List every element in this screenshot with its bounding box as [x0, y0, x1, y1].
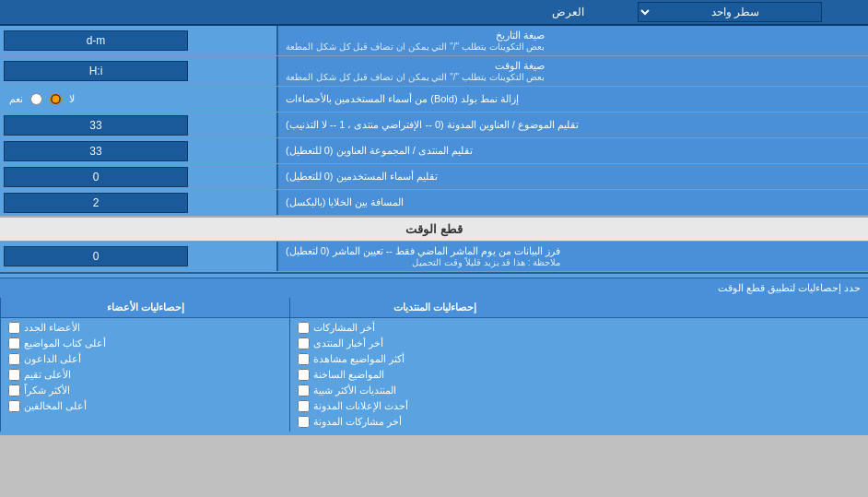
bold-radio-group: لا نعم [4, 91, 80, 107]
checkbox-new-members[interactable] [8, 322, 20, 334]
bold-usernames-input-wrapper[interactable]: لا نعم [0, 87, 276, 112]
main-container: سطر واحدسطرينثلاثة أسطر العرض صيغة التار… [0, 0, 868, 435]
bold-usernames-row: إزالة نمط بولد (Bold) من أسماء المستخدمي… [0, 87, 868, 112]
username-length-row: تقليم أسماء المستخدمين (0 للتعطيل) [0, 164, 868, 190]
checkbox-item-most-similar[interactable]: المنتديات الأكثر شبية [298, 383, 571, 398]
topic-title-length-label: تقليم الموضوع / العناوين المدونة (0 -- ا… [276, 112, 868, 137]
checkbox-most-viewed[interactable] [298, 353, 310, 365]
checkbox-label-last-posts: أخر المشاركات [313, 322, 375, 334]
display-mode-select[interactable]: سطر واحدسطرينثلاثة أسطر [638, 2, 822, 22]
checkbox-label-most-viewed: أكثر المواضيع مشاهدة [313, 353, 405, 365]
checkbox-label-hot-topics: المواضيع الساخنة [313, 369, 384, 381]
checkbox-label-top-violators: أعلى المخالفين [24, 400, 87, 412]
time-format-input[interactable] [4, 61, 188, 81]
checkbox-item-most-viewed[interactable]: أكثر المواضيع مشاهدة [298, 351, 571, 367]
cell-spacing-label: المسافة بين الخلايا (بالبكسل) [276, 190, 868, 215]
checkbox-label-top-rated: الأعلى تقيم [24, 369, 71, 381]
date-format-label: صيغة التاريخ بعض التكوينات يتطلب "/" الت… [276, 26, 868, 55]
checkbox-most-thanked[interactable] [8, 385, 20, 396]
checkbox-header-row: إحصاءليات المنتديات إحصاءليات الأعضاء [0, 298, 868, 318]
checkbox-label-most-thanked: الأكثر شكراً [24, 385, 70, 396]
checkbox-last-posts[interactable] [298, 322, 310, 334]
bold-yes-label: نعم [9, 93, 23, 105]
checkbox-most-similar[interactable] [298, 385, 310, 396]
display-label: العرض [0, 2, 592, 22]
checkbox-top-rated[interactable] [8, 369, 20, 381]
checkbox-last-blog-posts[interactable] [298, 416, 310, 428]
checkbox-label-top-donors: أعلى الداعون [24, 353, 81, 365]
apply-label: حدد إحصاءليات لتطبيق قطع الوقت [718, 282, 861, 293]
checkbox-col-header-3: إحصاءليات الأعضاء [0, 298, 289, 317]
checkbox-item-new-members[interactable]: الأعضاء الجدد [8, 320, 282, 336]
checkbox-item-top-topic-writers[interactable]: أعلى كتاب المواضيع [8, 336, 282, 351]
checkbox-latest-announcements[interactable] [298, 400, 310, 412]
checkbox-item-last-posts[interactable]: أخر المشاركات [298, 320, 571, 336]
checkbox-label-last-blog-posts: أخر مشاركات المدونة [313, 416, 402, 428]
bold-usernames-label: إزالة نمط بولد (Bold) من أسماء المستخدمي… [276, 87, 868, 112]
checkbox-top-donors[interactable] [8, 353, 20, 365]
cutoff-section-header: قطع الوقت [0, 216, 868, 242]
cell-spacing-row: المسافة بين الخلايا (بالبكسل) [0, 190, 868, 216]
checkbox-label-last-news: أخر أخبار المنتدى [313, 337, 383, 349]
checkbox-top-violators[interactable] [8, 400, 20, 412]
forum-title-length-input[interactable] [4, 141, 188, 161]
checkbox-label-top-topic-writers: أعلى كتاب المواضيع [24, 337, 106, 349]
bold-no-label: لا [69, 93, 75, 105]
checkbox-label-new-members: الأعضاء الجدد [24, 322, 80, 334]
cutoff-days-row: فرز البيانات من يوم الماشر الماضي فقط --… [0, 242, 868, 272]
checkbox-col-header-1 [580, 298, 868, 317]
cutoff-days-input[interactable] [4, 246, 188, 266]
cutoff-days-label: فرز البيانات من يوم الماشر الماضي فقط --… [276, 242, 868, 271]
checkbox-col-header-2: إحصاءليات المنتديات [289, 298, 579, 317]
date-format-input[interactable] [4, 30, 188, 51]
checkbox-item-latest-announcements[interactable]: أحدث الإعلانات المدونة [298, 398, 571, 414]
checkbox-item-top-violators[interactable]: أعلى المخالفين [8, 398, 282, 414]
time-format-label: صيغة الوقت بعض التكوينات يتطلب "/" التي … [276, 56, 868, 86]
checkbox-item-top-donors[interactable]: أعلى الداعون [8, 351, 282, 367]
checkbox-last-news[interactable] [298, 337, 310, 349]
top-header-row: سطر واحدسطرينثلاثة أسطر العرض [0, 0, 868, 26]
forum-title-length-row: تقليم المنتدى / المجموعة العناوين (0 للت… [0, 138, 868, 164]
checkbox-item-last-blog-posts[interactable]: أخر مشاركات المدونة [298, 414, 571, 430]
topic-title-length-row: تقليم الموضوع / العناوين المدونة (0 -- ا… [0, 112, 868, 138]
time-format-row: صيغة الوقت بعض التكوينات يتطلب "/" التي … [0, 56, 868, 87]
checkbox-label-latest-announcements: أحدث الإعلانات المدونة [313, 400, 408, 412]
bold-no-radio[interactable] [50, 93, 62, 105]
checkbox-hot-topics[interactable] [298, 369, 310, 381]
topic-title-length-input[interactable] [4, 115, 188, 136]
checkbox-item-hot-topics[interactable]: المواضيع الساخنة [298, 367, 571, 383]
time-format-input-wrapper[interactable] [0, 56, 276, 86]
forum-title-length-label: تقليم المنتدى / المجموعة العناوين (0 للت… [276, 138, 868, 163]
bold-yes-radio[interactable] [30, 93, 42, 105]
username-length-input-wrapper[interactable] [0, 164, 276, 189]
username-length-input[interactable] [4, 167, 188, 187]
cutoff-days-input-wrapper[interactable] [0, 242, 276, 271]
topic-title-length-input-wrapper[interactable] [0, 112, 276, 137]
cell-spacing-input-wrapper[interactable] [0, 190, 276, 215]
checkbox-top-topic-writers[interactable] [8, 337, 20, 349]
checkbox-column-members: الأعضاء الجدد أعلى كتاب المواضيع أعلى ال… [0, 318, 289, 432]
date-format-input-wrapper[interactable] [0, 26, 276, 55]
date-format-row: صيغة التاريخ بعض التكوينات يتطلب "/" الت… [0, 26, 868, 56]
forum-title-length-input-wrapper[interactable] [0, 138, 276, 163]
cell-spacing-input[interactable] [4, 193, 188, 213]
username-length-label: تقليم أسماء المستخدمين (0 للتعطيل) [276, 164, 868, 189]
apply-label-row: حدد إحصاءليات لتطبيق قطع الوقت [0, 278, 868, 298]
checkboxes-section: حدد إحصاءليات لتطبيق قطع الوقت إحصاءليات… [0, 272, 868, 435]
display-mode-select-wrapper[interactable]: سطر واحدسطرينثلاثة أسطر [592, 0, 868, 24]
checkbox-item-most-thanked[interactable]: الأكثر شكراً [8, 383, 282, 398]
checkbox-label-most-similar: المنتديات الأكثر شبية [313, 385, 396, 396]
checkbox-column-empty [580, 318, 868, 432]
checkbox-item-last-news[interactable]: أخر أخبار المنتدى [298, 336, 571, 351]
checkbox-rows: أخر المشاركات أخر أخبار المنتدى أكثر الم… [0, 318, 868, 432]
checkbox-column-forums: أخر المشاركات أخر أخبار المنتدى أكثر الم… [289, 318, 579, 432]
checkbox-item-top-rated[interactable]: الأعلى تقيم [8, 367, 282, 383]
